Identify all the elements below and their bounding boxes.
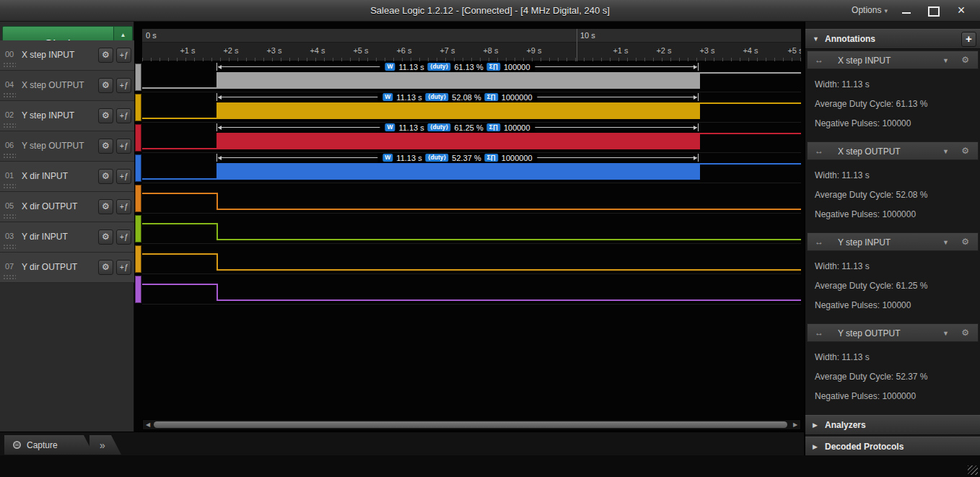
channel-settings-gear-icon[interactable]: ⚙ bbox=[98, 260, 113, 275]
annotation-stat: Average Duty Cycle: 52.37 % bbox=[807, 367, 979, 387]
dropdown-icon[interactable]: ▼ bbox=[942, 330, 949, 337]
waveform-burst bbox=[216, 72, 700, 89]
collapse-triangle-icon[interactable]: ▼ bbox=[813, 35, 819, 43]
channel-name: X dir OUTPUT bbox=[22, 201, 77, 211]
waveform-lane-y-step-input[interactable]: W 11.13 s ⟨duty⟩ 61.25 % Σ∏ 100000 bbox=[142, 123, 801, 153]
annotations-header[interactable]: ▼ Annotations + bbox=[805, 29, 980, 49]
channel-trigger-icon[interactable]: +ƒ bbox=[116, 139, 131, 154]
gear-icon[interactable]: ⚙ bbox=[961, 328, 969, 338]
scroll-left-icon[interactable]: ◀ bbox=[143, 420, 153, 429]
dropdown-icon[interactable]: ▼ bbox=[942, 57, 949, 64]
channel-color-indicator bbox=[135, 94, 141, 121]
annotation-group-header[interactable]: ↔ Y step INPUT ▼ ⚙ bbox=[807, 232, 979, 251]
channel-color-indicator bbox=[135, 185, 141, 212]
scroll-right-icon[interactable]: ▶ bbox=[790, 420, 800, 429]
close-button[interactable]: × bbox=[951, 3, 971, 19]
pulses-value: 1000000 bbox=[502, 154, 533, 162]
resize-grip[interactable] bbox=[968, 465, 978, 475]
channel-color-indicator bbox=[135, 154, 141, 182]
channel-number: 05 bbox=[5, 201, 14, 210]
channel-settings-gear-icon[interactable]: ⚙ bbox=[98, 169, 113, 184]
channel-trigger-icon[interactable]: +ƒ bbox=[116, 169, 131, 184]
drag-handle-icon[interactable] bbox=[3, 214, 16, 219]
scrollbar-thumb[interactable] bbox=[154, 421, 787, 428]
channel-number: 03 bbox=[5, 232, 14, 240]
drag-handle-icon[interactable] bbox=[3, 183, 16, 188]
horizontal-scrollbar[interactable]: ◀ ▶ bbox=[142, 419, 801, 430]
waveform-lane-x-step-output[interactable]: W 11.13 s ⟨duty⟩ 52.08 % Σ∏ 1000000 bbox=[142, 92, 801, 123]
channel-row-07[interactable]: 07 Y dir OUTPUT ⚙ +ƒ bbox=[0, 253, 134, 283]
tick-label: +7 s bbox=[439, 46, 455, 55]
annotation-group-header[interactable]: ↔ Y step OUTPUT ▼ ⚙ bbox=[807, 323, 979, 342]
channel-trigger-icon[interactable]: +ƒ bbox=[116, 48, 131, 63]
annotation-group-header[interactable]: ↔ X step INPUT ▼ ⚙ bbox=[807, 51, 979, 69]
titlebar[interactable]: Saleae Logic 1.2.12 - [Connected] - [4 M… bbox=[0, 0, 980, 22]
drag-handle-icon[interactable] bbox=[3, 123, 16, 128]
channel-settings-gear-icon[interactable]: ⚙ bbox=[98, 108, 113, 123]
add-annotation-button[interactable]: + bbox=[961, 32, 976, 47]
waveform-low-line bbox=[216, 209, 801, 210]
channel-trigger-icon[interactable]: +ƒ bbox=[116, 229, 131, 245]
minimize-button[interactable] bbox=[896, 3, 916, 19]
waveform-lane-x-step-input[interactable]: W 11.13 s ⟨duty⟩ 61.13 % Σ∏ 100000 bbox=[142, 62, 801, 92]
annotation-stat: Width: 11.13 s bbox=[807, 348, 979, 367]
gear-icon[interactable]: ⚙ bbox=[961, 146, 969, 156]
channel-trigger-icon[interactable]: +ƒ bbox=[116, 199, 131, 214]
channel-trigger-icon[interactable]: +ƒ bbox=[116, 108, 131, 123]
tick-label: +2 s bbox=[656, 46, 671, 55]
channel-row-06[interactable]: 06 Y step OUTPUT ⚙ +ƒ bbox=[0, 131, 134, 162]
waveform-burst bbox=[216, 163, 700, 180]
pulses-badge-icon: Σ∏ bbox=[485, 154, 498, 162]
drag-handle-icon[interactable] bbox=[3, 244, 16, 249]
channel-number: 06 bbox=[5, 141, 14, 149]
dropdown-icon[interactable]: ▼ bbox=[942, 148, 949, 155]
tab-capture[interactable]: Capture bbox=[4, 435, 94, 455]
annotation-group-header[interactable]: ↔ X step OUTPUT ▼ ⚙ bbox=[807, 141, 979, 160]
drag-handle-icon[interactable] bbox=[3, 153, 16, 158]
channel-row-04[interactable]: 04 X step OUTPUT ⚙ +ƒ bbox=[0, 71, 134, 101]
tab-overflow[interactable]: » bbox=[89, 435, 121, 455]
channel-trigger-icon[interactable]: +ƒ bbox=[116, 260, 131, 275]
timeline-decade-label: 0 s bbox=[146, 31, 157, 40]
dropdown-icon[interactable]: ▼ bbox=[942, 239, 949, 246]
waveform-lane-y-dir-output[interactable] bbox=[142, 274, 801, 305]
expand-triangle-icon[interactable]: ▶ bbox=[813, 421, 818, 429]
channel-row-05[interactable]: 05 X dir OUTPUT ⚙ +ƒ bbox=[0, 192, 134, 222]
up-arrow-icon[interactable]: ▲ bbox=[121, 32, 126, 38]
channel-row-00[interactable]: 00 X step INPUT ⚙ +ƒ bbox=[0, 40, 134, 71]
waveform-high-line bbox=[699, 102, 801, 104]
drag-handle-icon[interactable] bbox=[3, 92, 16, 97]
channel-row-01[interactable]: 01 X dir INPUT ⚙ +ƒ bbox=[0, 162, 134, 192]
waveform-high-line bbox=[142, 193, 218, 194]
channel-settings-gear-icon[interactable]: ⚙ bbox=[98, 199, 113, 214]
channel-color-indicator bbox=[135, 64, 141, 91]
drag-handle-icon[interactable] bbox=[3, 62, 16, 67]
waveform-low-line bbox=[142, 178, 217, 180]
channel-number: 02 bbox=[5, 110, 14, 119]
decoded-protocols-section-header[interactable]: ▶ Decoded Protocols bbox=[805, 437, 980, 457]
channel-settings-gear-icon[interactable]: ⚙ bbox=[98, 78, 113, 93]
window-title: Saleae Logic 1.2.12 - [Connected] - [4 M… bbox=[0, 5, 980, 16]
waveform-low-line bbox=[216, 299, 801, 301]
channel-row-02[interactable]: 02 Y step INPUT ⚙ +ƒ bbox=[0, 101, 134, 131]
options-menu[interactable]: Options▾ bbox=[852, 5, 888, 15]
range-arrows-icon: ↔ bbox=[815, 55, 823, 65]
channel-settings-gear-icon[interactable]: ⚙ bbox=[98, 229, 113, 245]
maximize-button[interactable] bbox=[924, 3, 944, 19]
waveform-lane-x-dir-output[interactable] bbox=[142, 214, 801, 244]
gear-icon[interactable]: ⚙ bbox=[961, 55, 969, 65]
drag-handle-icon[interactable] bbox=[3, 274, 16, 279]
channel-settings-gear-icon[interactable]: ⚙ bbox=[98, 139, 113, 154]
channel-row-03[interactable]: 03 Y dir INPUT ⚙ +ƒ bbox=[0, 222, 134, 253]
channel-trigger-icon[interactable]: +ƒ bbox=[116, 78, 131, 93]
annotation-stat: Negative Pulses: 100000 bbox=[807, 114, 979, 134]
channel-name: Y step OUTPUT bbox=[22, 141, 84, 151]
waveform-lane-y-step-output[interactable]: W 11.13 s ⟨duty⟩ 52.37 % Σ∏ 1000000 bbox=[142, 153, 801, 183]
waveform-lane-x-dir-input[interactable] bbox=[142, 183, 801, 214]
expand-triangle-icon[interactable]: ▶ bbox=[813, 443, 818, 450]
channel-settings-gear-icon[interactable]: ⚙ bbox=[98, 48, 113, 63]
waveform-lane-y-dir-input[interactable] bbox=[142, 244, 801, 274]
gear-icon[interactable]: ⚙ bbox=[961, 237, 969, 247]
analyzers-section-header[interactable]: ▶ Analyzers bbox=[805, 415, 980, 435]
timeline-major-row[interactable]: 0 s 10 s bbox=[142, 29, 801, 43]
